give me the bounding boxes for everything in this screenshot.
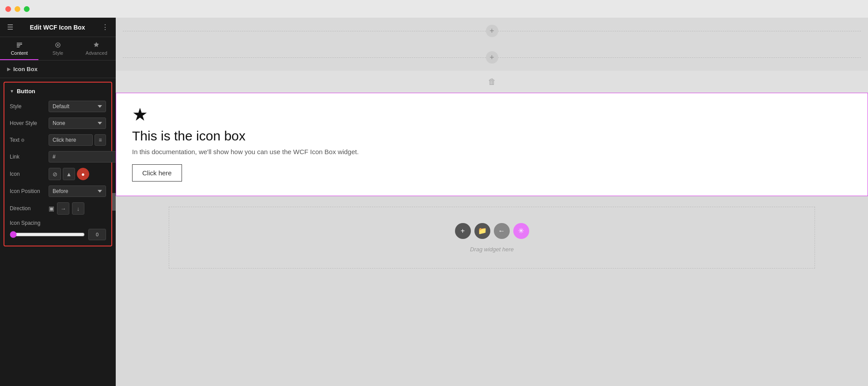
- tab-advanced-label: Advanced: [86, 50, 107, 56]
- minimize-button[interactable]: [15, 6, 20, 12]
- direction-control: ▣ → ↓: [49, 202, 106, 215]
- section-arrow-icon: ▶: [7, 67, 11, 72]
- dir-right-btn[interactable]: →: [57, 202, 69, 215]
- icon-spacing-section: Icon Spacing 0: [10, 220, 106, 240]
- hover-style-control: None Fade Slide: [49, 117, 106, 129]
- titlebar: [0, 0, 868, 18]
- text-control: ≡: [49, 134, 106, 146]
- tab-content[interactable]: Content: [0, 37, 38, 60]
- close-button[interactable]: [5, 6, 11, 12]
- add-section-btn-1[interactable]: +: [486, 25, 498, 37]
- text-label: Text ⚙: [10, 137, 45, 143]
- add-row-1: +: [116, 18, 868, 44]
- widget-description: In this documentation, we'll show how yo…: [132, 148, 852, 155]
- icon-position-select[interactable]: Before After: [49, 185, 106, 197]
- advanced-icon: [93, 42, 100, 49]
- dz-arrow-btn[interactable]: ←: [494, 223, 510, 239]
- canvas-area: + + 🗑 ★ This is the icon box In this doc…: [116, 18, 868, 386]
- slider-row: 0: [10, 229, 106, 240]
- link-field-row: Link ⚙ 🔗: [10, 151, 106, 163]
- text-options-icon[interactable]: ≡: [95, 134, 106, 146]
- widget-star-icon: ★: [132, 106, 852, 123]
- button-panel: ▼ Button Style Default Outline Link Hove…: [4, 82, 112, 246]
- drop-zone[interactable]: + 📁 ← ✳ Drag widget here: [169, 207, 815, 269]
- text-input[interactable]: [49, 134, 93, 146]
- icon-picker-row: ⊘ ▲ ●: [49, 168, 89, 180]
- sidebar-header: ☰ Edit WCF Icon Box ⋮: [0, 18, 116, 37]
- grid-icon[interactable]: ⋮: [102, 23, 109, 31]
- panel-collapse-icon[interactable]: ▼: [10, 89, 14, 94]
- icon-box-label: Icon Box: [13, 66, 38, 72]
- direction-field-row: Direction ▣ → ↓: [10, 202, 106, 215]
- slider-value-text: 0: [96, 232, 99, 237]
- icon-spacing-label: Icon Spacing: [10, 220, 45, 226]
- sidebar-toggle[interactable]: ‹: [112, 193, 116, 211]
- icon-control: ⊘ ▲ ●: [49, 168, 106, 180]
- drop-zone-label: Drag widget here: [470, 246, 514, 253]
- icon-upload-btn[interactable]: ▲: [63, 168, 75, 180]
- sidebar-tabs: Content Style Advanced: [0, 37, 116, 61]
- link-row: ⚙ 🔗: [49, 151, 116, 163]
- style-field-row: Style Default Outline Link: [10, 101, 106, 112]
- button-panel-header: ▼ Button: [10, 88, 106, 95]
- tab-advanced[interactable]: Advanced: [77, 37, 116, 60]
- sidebar: ☰ Edit WCF Icon Box ⋮ Content Style Adva…: [0, 18, 116, 386]
- icon-spacing-slider[interactable]: [10, 231, 85, 238]
- style-label: Style: [10, 103, 45, 110]
- add-section-btn-2[interactable]: +: [486, 51, 498, 64]
- slider-value: 0: [88, 229, 106, 240]
- link-input[interactable]: [49, 151, 116, 163]
- tab-style-label: Style: [53, 50, 63, 56]
- dz-star-btn[interactable]: ✳: [513, 223, 529, 239]
- link-control: ⚙ 🔗: [49, 151, 116, 163]
- icon-position-control: Before After: [49, 185, 106, 197]
- icon-box-widget[interactable]: ★ This is the icon box In this documenta…: [116, 93, 868, 196]
- monitor-icon: ▣: [49, 205, 54, 212]
- tab-content-label: Content: [11, 50, 28, 56]
- direction-label: Direction: [10, 205, 45, 212]
- tab-style[interactable]: Style: [38, 37, 77, 60]
- style-icon: [54, 42, 61, 49]
- dz-add-btn[interactable]: +: [455, 223, 471, 239]
- icon-position-label: Icon Position: [10, 188, 45, 194]
- direction-row: ▣ → ↓: [49, 202, 84, 215]
- widget-title: This is the icon box: [132, 129, 852, 144]
- trash-icon: 🗑: [488, 77, 496, 87]
- button-panel-label: Button: [17, 88, 35, 95]
- hover-style-select[interactable]: None Fade Slide: [49, 117, 106, 129]
- hamburger-icon[interactable]: ☰: [7, 23, 13, 31]
- link-label: Link: [10, 154, 45, 160]
- icon-field-row: Icon ⊘ ▲ ●: [10, 168, 106, 180]
- add-row-2: +: [116, 44, 868, 71]
- text-field-row: Text ⚙ ≡: [10, 134, 106, 146]
- icon-position-field-row: Icon Position Before After: [10, 185, 106, 197]
- drop-zone-buttons: + 📁 ← ✳: [455, 223, 529, 239]
- header-icons: ⋮: [102, 23, 109, 31]
- icon-color-btn[interactable]: ●: [77, 168, 89, 180]
- dz-folder-btn[interactable]: 📁: [474, 223, 490, 239]
- maximize-button[interactable]: [24, 6, 30, 12]
- widget-button[interactable]: Click here: [132, 164, 182, 182]
- content-icon: [16, 42, 23, 49]
- hover-style-label: Hover Style: [10, 120, 45, 126]
- style-control: Default Outline Link: [49, 101, 106, 112]
- hover-style-field-row: Hover Style None Fade Slide: [10, 117, 106, 129]
- dir-down-btn[interactable]: ↓: [72, 202, 84, 215]
- icon-label: Icon: [10, 171, 45, 177]
- icon-spacing-label-row: Icon Spacing: [10, 220, 106, 226]
- icon-box-section: ▶ Icon Box: [0, 61, 116, 78]
- style-select[interactable]: Default Outline Link: [49, 101, 106, 112]
- gray-bar: 🗑: [116, 71, 868, 93]
- slider-container: [10, 231, 85, 238]
- sidebar-title: Edit WCF Icon Box: [30, 24, 85, 31]
- main-layout: ☰ Edit WCF Icon Box ⋮ Content Style Adva…: [0, 18, 868, 386]
- icon-box-header[interactable]: ▶ Icon Box: [0, 61, 116, 78]
- svg-point-1: [57, 44, 59, 46]
- icon-none-btn[interactable]: ⊘: [49, 168, 61, 180]
